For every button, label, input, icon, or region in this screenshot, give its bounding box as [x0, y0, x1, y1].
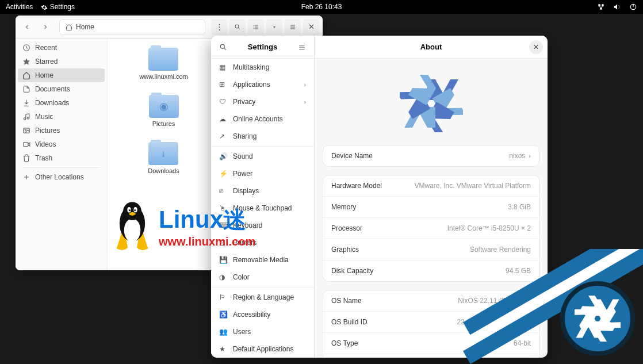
svg-point-26 — [25, 129, 26, 131]
settings-item-keyboard[interactable]: ⌨Keyboard — [211, 217, 314, 234]
settings-item-icon: ⊞ — [219, 81, 227, 89]
settings-item-label: Privacy — [233, 98, 255, 106]
settings-item-online-accounts[interactable]: ☁Online Accounts — [211, 110, 314, 128]
info-row: Memory3.8 GiB — [323, 197, 539, 218]
settings-item-label: Online Accounts — [233, 115, 283, 123]
path-bar[interactable]: Home — [59, 19, 205, 35]
info-label: Memory — [331, 203, 356, 211]
plus-icon — [22, 173, 30, 181]
info-value: Intel® Core™ i5-8250U × 2 — [447, 224, 531, 232]
info-row: ProcessorIntel® Core™ i5-8250U × 2 — [323, 218, 539, 239]
settings-item-region-language[interactable]: 🏳Region & Language — [211, 289, 314, 306]
info-value: 22.11.2720.50c23cd4ff6 — [457, 318, 531, 326]
power-icon[interactable] — [629, 3, 637, 11]
documents-icon — [22, 85, 30, 93]
info-label: Graphics — [331, 246, 359, 254]
settings-item-icon: ↗ — [219, 132, 227, 140]
view-list-button[interactable] — [248, 19, 264, 35]
forward-button[interactable] — [37, 19, 53, 35]
search-icon — [219, 43, 227, 51]
folder-item[interactable]: ↓Downloads — [148, 142, 179, 188]
svg-rect-14 — [255, 26, 258, 27]
view-dropdown-button[interactable] — [266, 19, 282, 35]
settings-item-default-applications[interactable]: ★Default Applications — [211, 340, 314, 358]
device-name-row[interactable]: Device Name nixos› — [323, 145, 539, 166]
home-icon — [66, 24, 72, 30]
clock[interactable]: Feb 26 10:43 — [301, 3, 342, 11]
svg-point-13 — [254, 26, 255, 28]
top-bar: Activities Settings Feb 26 10:43 — [0, 0, 643, 14]
settings-indicator[interactable]: Settings — [41, 3, 75, 11]
folder-item[interactable]: www.linuxmi.com — [139, 48, 187, 94]
network-icon[interactable] — [597, 3, 605, 11]
settings-item-removable-media[interactable]: 💾Removable Media — [211, 251, 314, 269]
downloads-icon — [22, 99, 30, 107]
pictures-icon — [22, 127, 30, 135]
svg-rect-0 — [598, 4, 600, 6]
nixos-badge — [560, 281, 635, 356]
settings-item-printers[interactable]: 🖨Printers — [211, 234, 314, 251]
settings-item-icon: ▦ — [219, 63, 227, 71]
sidebar-documents[interactable]: Documents — [16, 82, 107, 96]
info-label: OS Build ID — [331, 318, 368, 326]
back-button[interactable] — [19, 19, 35, 35]
info-row: OS Build ID22.11.2720.50c23cd4ff6 — [323, 312, 539, 333]
settings-item-mouse-touchpad[interactable]: 🖱Mouse & Touchpad — [211, 200, 314, 217]
close-button[interactable]: ✕ — [303, 19, 319, 35]
settings-item-sharing[interactable]: ↗Sharing — [211, 128, 314, 145]
sidebar-other-locations[interactable]: Other Locations — [16, 170, 107, 184]
svg-point-15 — [254, 28, 255, 29]
info-row: OS Type64-bit — [323, 333, 539, 354]
search-button[interactable] — [229, 19, 246, 35]
settings-item-sound[interactable]: 🔊Sound — [211, 148, 314, 165]
info-value: NixOS 22.11 (Raccoon) — [458, 297, 531, 305]
settings-item-privacy[interactable]: 🛡Privacy› — [211, 93, 314, 110]
sidebar-videos[interactable]: Videos — [16, 137, 107, 151]
volume-icon[interactable] — [613, 3, 621, 11]
settings-item-icon: 🖨 — [219, 239, 227, 247]
svg-line-40 — [224, 48, 226, 50]
star-icon — [22, 58, 30, 66]
settings-item-color[interactable]: ◑Color — [211, 269, 314, 286]
hamburger-button[interactable] — [294, 40, 309, 55]
settings-item-label: Printers — [233, 239, 257, 247]
settings-item-icon: ⌨ — [219, 221, 227, 229]
activities-button[interactable]: Activities — [6, 3, 33, 11]
info-value: Software Rendering — [470, 246, 531, 254]
sidebar-trash[interactable]: Trash — [16, 151, 107, 165]
hamburger-button[interactable] — [285, 19, 301, 35]
settings-window: Settings ▦Multitasking⊞Applications›🛡Pri… — [211, 36, 548, 358]
search-icon — [234, 24, 241, 30]
settings-item-accessibility[interactable]: ♿Accessibility — [211, 306, 314, 323]
settings-item-label: Users — [233, 328, 251, 336]
music-icon — [22, 113, 30, 121]
clock-icon — [22, 44, 30, 52]
folder-item[interactable]: ◉Pictures — [149, 95, 179, 141]
search-button[interactable] — [216, 40, 231, 55]
sidebar-music[interactable]: Music — [16, 110, 107, 124]
files-sidebar: Recent Starred Home Documents Downloads … — [16, 39, 108, 270]
info-row: GNOME Version43.2 — [323, 354, 539, 358]
settings-item-label: Applications — [233, 81, 270, 89]
close-button[interactable]: ✕ — [529, 40, 543, 54]
svg-rect-1 — [602, 4, 604, 6]
sidebar-downloads[interactable]: Downloads — [16, 96, 107, 110]
sidebar-recent[interactable]: Recent — [16, 41, 107, 55]
settings-item-icon: ◑ — [219, 273, 227, 281]
sidebar-pictures[interactable]: Pictures — [16, 124, 107, 137]
sidebar-home[interactable]: Home — [18, 68, 105, 82]
settings-item-icon: 👥 — [219, 328, 227, 336]
settings-item-icon: 🖱 — [219, 204, 227, 212]
settings-item-displays[interactable]: ⎚Displays — [211, 182, 314, 200]
svg-rect-12 — [255, 25, 258, 25]
sidebar-starred[interactable]: Starred — [16, 55, 107, 68]
settings-item-power[interactable]: ⚡Power — [211, 165, 314, 182]
more-options-button[interactable]: ⋮ — [211, 19, 227, 35]
settings-item-multitasking[interactable]: ▦Multitasking — [211, 59, 314, 76]
info-row: OS NameNixOS 22.11 (Raccoon) — [323, 290, 539, 312]
files-headerbar: Home ⋮ ✕ — [16, 16, 323, 39]
settings-item-applications[interactable]: ⊞Applications› — [211, 76, 314, 93]
settings-item-users[interactable]: 👥Users — [211, 323, 314, 340]
svg-marker-28 — [28, 143, 30, 146]
info-row: Hardware ModelVMware, Inc. VMware Virtua… — [323, 175, 539, 197]
